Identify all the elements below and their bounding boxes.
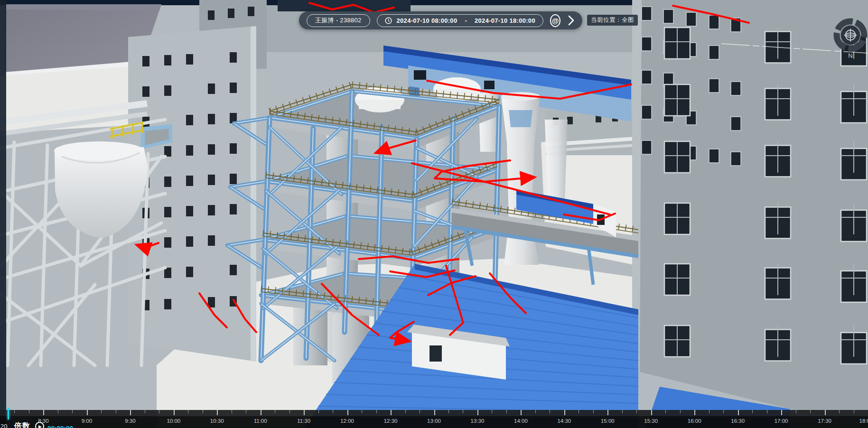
- timeline-major-tick: [43, 410, 44, 415]
- timeline-playhead[interactable]: [8, 408, 9, 419]
- timeline-minor-tick: [622, 410, 623, 413]
- current-location-badge: 当前位置：全图: [587, 15, 638, 26]
- timeline-time-label: 14:30: [557, 418, 571, 424]
- timeline-time-label: 13:00: [427, 418, 441, 424]
- timeline-minor-tick: [636, 410, 637, 413]
- timeline-major-tick: [304, 410, 305, 415]
- timeline-major-tick: [825, 410, 826, 415]
- current-location-text: 当前位置：全图: [591, 17, 634, 23]
- timeline-minor-tick: [535, 410, 536, 413]
- timeline-minor-tick: [188, 410, 188, 413]
- timeline-minor-tick: [203, 410, 203, 413]
- clock-icon: [385, 17, 392, 24]
- timeline-minor-tick: [665, 410, 666, 413]
- timeline-major-tick: [781, 410, 782, 415]
- timeline-minor-tick: [796, 410, 796, 413]
- timeline-minor-tick: [275, 410, 275, 413]
- timeline-minor-tick: [318, 410, 319, 413]
- timeline-major-tick: [217, 410, 218, 415]
- timeline-minor-tick: [448, 410, 449, 413]
- play-icon: ▶: [38, 424, 42, 428]
- timeline-major-tick: [347, 410, 348, 415]
- timeline-minor-tick: [767, 410, 767, 413]
- time-start: 2024-07-10 08:00:00: [397, 17, 457, 24]
- timeline-minor-tick: [159, 410, 159, 413]
- timeline-time-label: 14:00: [514, 418, 528, 424]
- timeline-minor-tick: [101, 410, 102, 413]
- timeline-time-label: 15:30: [644, 418, 658, 424]
- locate-search-button[interactable]: @: [550, 14, 560, 27]
- timeline-time-label: 11:00: [254, 418, 267, 424]
- timeline-minor-tick: [58, 410, 58, 413]
- timeline-minor-tick: [72, 410, 73, 413]
- timeline-minor-tick: [405, 410, 406, 413]
- time-range-picker[interactable]: 2024-07-10 08:00:00 - 2024-07-10 18:00:0…: [377, 14, 543, 27]
- timeline-minor-tick: [145, 410, 145, 413]
- timeline-minor-tick: [14, 410, 15, 413]
- plant-scene: [0, 0, 868, 428]
- timeline-minor-tick: [463, 410, 463, 413]
- timeline-time-label: 12:30: [384, 418, 398, 424]
- timeline-minor-tick: [232, 410, 232, 413]
- timeline-major-tick: [391, 410, 392, 415]
- timeline-minor-tick: [333, 410, 333, 413]
- timeline-minor-tick: [709, 410, 709, 413]
- timeline-time-label: 10:30: [210, 418, 224, 424]
- speed-label: 倍数: [14, 421, 30, 428]
- track-query-bar: 王振博 - 238802 2024-07-10 08:00:00 - 2024-…: [299, 11, 582, 29]
- timeline-minor-tick: [420, 410, 420, 413]
- current-time-label: 08:00:00: [47, 425, 73, 428]
- timeline-minor-tick: [723, 410, 724, 413]
- timeline-major-tick: [87, 410, 88, 415]
- timeline-time-label: 13:30: [471, 418, 485, 424]
- timeline-time-label: 12:00: [340, 418, 354, 424]
- timeline-major-tick: [564, 410, 565, 415]
- timeline-time-label: 18:00: [859, 418, 868, 424]
- play-button[interactable]: ▶: [35, 422, 44, 428]
- timeline-minor-tick: [289, 410, 290, 413]
- timeline-major-tick: [738, 410, 739, 415]
- timeline-major-tick: [477, 410, 478, 415]
- 3d-viewport[interactable]: 王振博 - 238802 2024-07-10 08:00:00 - 2024-…: [0, 0, 868, 428]
- chevron-right-icon: [568, 15, 574, 26]
- timeline-minor-tick: [680, 410, 681, 413]
- timeline-time-label: 16:30: [731, 418, 745, 424]
- playback-timeline: 8:309:009:3010:0010:3011:0011:3012:0012:…: [0, 410, 868, 428]
- timeline-minor-tick: [839, 410, 840, 413]
- timeline-minor-tick: [810, 410, 811, 413]
- time-separator: -: [462, 17, 470, 24]
- person-selector[interactable]: 王振博 - 238802: [307, 14, 370, 27]
- speed-value-fragment: 20: [0, 423, 7, 428]
- timeline-major-tick: [694, 410, 695, 415]
- timeline-major-tick: [607, 410, 608, 415]
- person-label: 王振博 - 238802: [315, 16, 362, 25]
- timeline-time-label: 9:30: [125, 418, 135, 424]
- timeline-major-tick: [130, 410, 131, 415]
- timeline-minor-tick: [593, 410, 594, 413]
- timeline-major-tick: [261, 410, 261, 415]
- timeline-time-label: 10:00: [167, 418, 180, 424]
- timeline-minor-tick: [246, 410, 246, 413]
- timeline-time-label: 9:00: [82, 418, 92, 424]
- timeline-major-tick: [174, 410, 175, 415]
- timeline-major-tick: [434, 410, 435, 415]
- timeline-minor-tick: [752, 410, 753, 413]
- dark-roof-block: [278, 0, 411, 11]
- timeline-minor-tick: [362, 410, 362, 413]
- play-next-button[interactable]: [567, 15, 575, 26]
- timeline-minor-tick: [29, 410, 29, 413]
- timeline-major-tick: [521, 410, 522, 415]
- viewport-edge: [0, 0, 6, 428]
- at-icon: @: [552, 17, 559, 24]
- timeline-time-label: 16:00: [688, 418, 701, 424]
- timeline-major-tick: [651, 410, 652, 415]
- timeline-minor-tick: [376, 410, 377, 413]
- timeline-time-label: 15:00: [601, 418, 615, 424]
- timeline-time-label: 17:30: [818, 418, 831, 424]
- time-end: 2024-07-10 18:00:00: [475, 17, 535, 24]
- timeline-time-label: 11:30: [297, 418, 310, 424]
- timeline-minor-tick: [579, 410, 579, 413]
- view-compass[interactable]: N: [831, 17, 868, 61]
- timeline-minor-tick: [550, 410, 550, 413]
- timeline-track[interactable]: [0, 410, 868, 416]
